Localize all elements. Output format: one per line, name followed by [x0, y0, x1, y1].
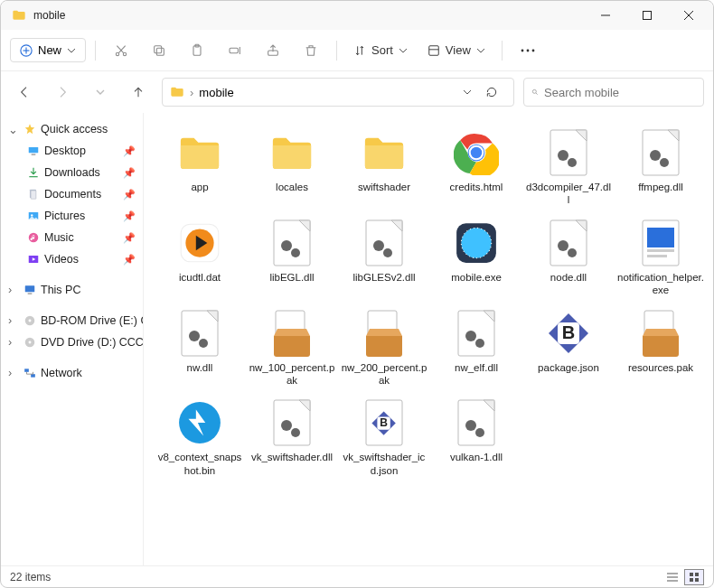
sidebar-label: BD-ROM Drive (E:) C	[41, 314, 143, 327]
window-title: mobile	[33, 9, 585, 22]
sidebar-item-pictures[interactable]: Pictures📌	[1, 205, 143, 227]
sidebar-item-label: Music	[44, 231, 74, 244]
search-box[interactable]	[523, 78, 704, 107]
file-item[interactable]: nw_elf.dll	[431, 304, 521, 391]
file-item[interactable]: mobile.exe	[431, 214, 521, 301]
chevron-right-icon: ›	[8, 336, 19, 349]
sidebar-item-downloads[interactable]: Downloads📌	[1, 162, 143, 183]
rename-button[interactable]	[219, 36, 251, 65]
sidebar-item-label: Documents	[44, 188, 101, 201]
file-label: nw_elf.dll	[433, 361, 520, 374]
details-view-button[interactable]	[662, 569, 682, 585]
file-label: v8_context_snapshot.bin	[156, 451, 243, 477]
sidebar-this-pc[interactable]: › This PC	[1, 279, 143, 301]
sidebar-bdrom[interactable]: › BD-ROM Drive (E:) C	[1, 310, 143, 331]
file-item[interactable]: nw_100_percent.pak	[247, 304, 337, 391]
svg-point-82	[281, 420, 292, 431]
delete-button[interactable]	[295, 36, 327, 65]
file-item[interactable]: nw.dll	[155, 304, 245, 391]
up-button[interactable]	[124, 78, 153, 107]
svg-text:B: B	[562, 322, 575, 342]
new-button[interactable]: New	[10, 38, 86, 62]
disc-icon	[23, 335, 37, 350]
copy-button[interactable]	[143, 36, 175, 65]
refresh-button[interactable]	[477, 86, 506, 98]
sidebar-item-videos[interactable]: Videos📌	[1, 248, 143, 270]
minimize-button[interactable]	[585, 1, 626, 30]
statusbar: 22 items	[1, 565, 713, 587]
svg-point-54	[281, 240, 292, 251]
file-item[interactable]: vk_swiftshader.dll	[247, 394, 337, 481]
cut-button[interactable]	[105, 36, 137, 65]
svg-rect-12	[155, 45, 162, 52]
dll-icon	[451, 397, 502, 448]
dll-icon	[359, 218, 409, 268]
svg-rect-15	[230, 48, 238, 52]
maximize-button[interactable]	[626, 1, 668, 30]
file-item[interactable]: credits.html	[431, 124, 521, 210]
svg-point-70	[189, 331, 200, 341]
svg-line-24	[536, 93, 538, 95]
file-item[interactable]: icudtl.dat	[155, 214, 245, 301]
file-item[interactable]: libGLESv2.dll	[339, 214, 429, 301]
view-button[interactable]: View	[420, 39, 493, 61]
sidebar-item-desktop[interactable]: Desktop📌	[1, 140, 143, 162]
file-item[interactable]: ffmpeg.dll	[615, 124, 706, 210]
bbedit-icon: B	[543, 308, 594, 359]
svg-rect-29	[31, 191, 36, 199]
sort-button[interactable]: Sort	[346, 39, 415, 61]
forward-button[interactable]	[48, 78, 77, 107]
sidebar-item-documents[interactable]: Documents📌	[1, 183, 143, 205]
file-item[interactable]: vulkan-1.dll	[431, 394, 521, 481]
folder-item[interactable]: locales	[247, 124, 337, 210]
breadcrumb-item[interactable]: mobile	[199, 86, 233, 99]
chrome-icon	[451, 127, 502, 178]
sidebar-dvd[interactable]: › DVD Drive (D:) CCCC	[1, 331, 143, 353]
dll-icon	[174, 308, 225, 359]
recent-button[interactable]	[86, 78, 115, 107]
folder-icon	[359, 127, 409, 178]
dll-icon	[451, 308, 502, 359]
pak-icon	[267, 308, 317, 359]
chevron-right-icon: ›	[8, 314, 19, 327]
file-item[interactable]: Bvk_swiftshader_icd.json	[339, 394, 429, 481]
file-item[interactable]: notification_helper.exe	[615, 214, 706, 301]
close-button[interactable]	[668, 1, 709, 30]
svg-rect-11	[156, 48, 164, 55]
svg-point-8	[123, 52, 126, 55]
address-bar[interactable]: › mobile	[162, 78, 514, 107]
folder-item[interactable]: app	[155, 124, 245, 210]
sidebar-item-music[interactable]: Music📌	[1, 227, 143, 248]
file-item[interactable]: libEGL.dll	[247, 214, 337, 301]
folder-icon	[174, 127, 225, 178]
sidebar-label: DVD Drive (D:) CCCC	[41, 336, 143, 349]
folder-item[interactable]: swiftshader	[339, 124, 429, 210]
svg-point-63	[558, 240, 568, 251]
file-item[interactable]: nw_200_percent.pak	[339, 304, 429, 391]
svg-point-22	[531, 49, 534, 51]
chevron-down-icon[interactable]	[463, 88, 472, 97]
share-button[interactable]	[257, 36, 289, 65]
titlebar: mobile	[1, 1, 713, 30]
notif-icon	[635, 218, 686, 268]
search-input[interactable]	[544, 86, 696, 99]
svg-rect-40	[24, 369, 29, 372]
explorer-window: mobile New Sort View	[0, 0, 714, 588]
icons-view-button[interactable]	[684, 569, 704, 585]
svg-point-71	[199, 339, 208, 348]
file-label: locales	[249, 181, 335, 193]
sidebar-quick-access[interactable]: ⌄ Quick access	[1, 118, 143, 140]
back-button[interactable]	[10, 78, 39, 107]
sidebar-item-label: Downloads	[44, 166, 100, 179]
file-item[interactable]: v8_context_snapshot.bin	[155, 394, 245, 481]
paste-button[interactable]	[181, 36, 213, 65]
svg-rect-35	[28, 294, 33, 294]
sidebar-network[interactable]: › Network	[1, 362, 143, 384]
file-item[interactable]: resources.pak	[615, 304, 706, 391]
file-item[interactable]: d3dcompiler_47.dll	[523, 124, 614, 210]
file-item[interactable]: Bpackage.json	[523, 304, 614, 391]
more-button[interactable]	[512, 36, 544, 65]
pin-icon: 📌	[123, 145, 136, 157]
file-item[interactable]: node.dll	[523, 214, 614, 301]
file-area[interactable]: applocalesswiftshadercredits.htmld3dcomp…	[144, 113, 713, 565]
